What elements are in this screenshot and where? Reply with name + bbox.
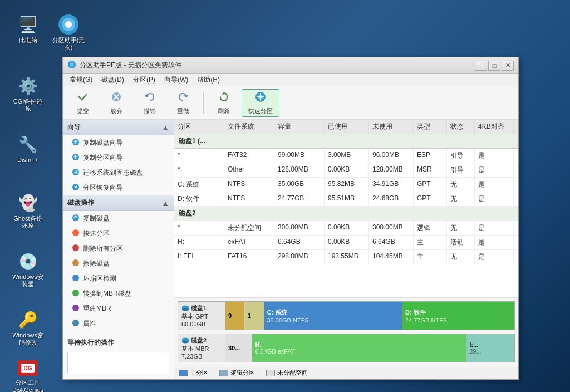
desktop-icon-cgi[interactable]: ⚙️ CGI备份还原 xyxy=(8,72,47,115)
sidebar-delete-all[interactable]: 删除所有分区 xyxy=(63,241,174,256)
copy-disk-icon xyxy=(72,138,80,148)
desktop-icon-ghost[interactable]: 👻 Ghost备份还原 xyxy=(8,189,47,232)
sidebar-properties[interactable]: 属性 xyxy=(63,316,174,331)
cell-used: 193.55MB xyxy=(325,250,369,264)
cell-status: 引导 xyxy=(447,149,475,163)
menu-wizard[interactable]: 向导(W) xyxy=(160,74,193,86)
wizard-collapse-btn[interactable]: ▲ xyxy=(161,123,169,132)
redo-button[interactable]: 重做 xyxy=(168,89,199,117)
cell-partition: D: 软件 xyxy=(174,192,224,206)
maximize-button[interactable]: □ xyxy=(488,61,500,71)
refresh-button[interactable]: 刷新 xyxy=(208,89,239,117)
cell-used: 3.00MB xyxy=(325,149,369,163)
table-row[interactable]: C: 系统 NTFS 35.00GB 95.82MB 34.91GB GPT 无… xyxy=(174,178,518,192)
window-title: 分区助手PE版 - 无损分区免费软件 xyxy=(80,61,474,70)
cell-partition: *: xyxy=(174,149,224,163)
cell-size: 24.77GB xyxy=(274,192,325,206)
disk2-part-i[interactable]: I:... 29... xyxy=(466,334,514,362)
desktop-icon-dism[interactable]: 🔧 Dism++ xyxy=(8,131,47,166)
disk2-part-unalloc[interactable]: 30... xyxy=(225,334,252,362)
cell-partition: C: 系统 xyxy=(174,178,224,192)
desktop-icon-win-install[interactable]: 💿 Windows安装器 xyxy=(8,248,47,290)
menu-partition[interactable]: 分区(P) xyxy=(129,74,160,86)
cell-fs: FAT16 xyxy=(224,250,274,264)
legend-logical-box xyxy=(219,370,228,376)
svg-point-17 xyxy=(72,244,79,251)
cell-free: 6.64GB xyxy=(369,236,414,249)
disk2-info: 磁盘2 基本 MBR 7.23GB xyxy=(178,334,225,362)
diskops-section-header: 磁盘操作 ▲ xyxy=(63,195,174,211)
cell-fs: NTFS xyxy=(224,192,274,206)
disk2-header: 磁盘2 xyxy=(174,207,518,221)
disk1-vis: 磁盘1 基本 GPT 60.00GB 9 1 C: 系统 xyxy=(178,301,515,330)
title-bar: 分区助手PE版 - 无损分区免费软件 ─ □ ✕ xyxy=(63,57,518,74)
table-row[interactable]: D: 软件 NTFS 24.77GB 95.51MB 24.68GB GPT 无… xyxy=(174,192,518,207)
sidebar-rebuild-mbr[interactable]: 重建MBR xyxy=(63,301,174,316)
table-header: 分区 文件系统 容量 已使用 未使用 类型 状态 4KB对齐 xyxy=(174,120,518,134)
cell-free: 34.91GB xyxy=(369,178,414,192)
cell-align: 是 xyxy=(475,250,514,264)
table-row[interactable]: *: Other 128.00MB 0.00KB 128.00MB MSR 引导… xyxy=(174,163,518,178)
pending-label: 等待执行的操作 xyxy=(67,336,169,350)
disk1-part-d[interactable]: D: 软件 24.77GB NTFS xyxy=(402,302,514,330)
cell-align: 是 xyxy=(475,236,514,249)
col-type: 类型 xyxy=(414,120,447,134)
diskops-collapse-btn[interactable]: ▲ xyxy=(161,199,169,208)
disk1-part-esp[interactable]: 9 xyxy=(225,302,245,330)
partition-table[interactable]: 分区 文件系统 容量 已使用 未使用 类型 状态 4KB对齐 磁盘1 (... … xyxy=(174,120,518,297)
minimize-button[interactable]: ─ xyxy=(475,61,487,71)
table-row[interactable]: * 未分配空间 300.00MB 0.00KB 300.00MB 逻辑 无 是 xyxy=(174,221,518,236)
col-partition: 分区 xyxy=(174,120,224,134)
sidebar-check-bad[interactable]: 坏扇区检测 xyxy=(63,271,174,286)
sidebar-to-mbr[interactable]: 转换到MBR磁盘 xyxy=(63,286,174,301)
desktop-icon-computer[interactable]: 🖥️ 此电脑 xyxy=(8,11,47,46)
cell-size: 99.00MB xyxy=(274,149,325,163)
sidebar-copy-partition[interactable]: 复制分区向导 xyxy=(63,150,174,165)
cell-size: 35.00GB xyxy=(274,178,325,192)
desktop-icon-partition[interactable]: 分区助手(无损) xyxy=(49,11,88,53)
cell-used: 95.82MB xyxy=(325,178,369,192)
undo-button[interactable]: 撤销 xyxy=(134,89,165,117)
sidebar: 向导 ▲ 复制磁盘向导 复制分区向导 迁移系统到固态磁盘 xyxy=(63,120,174,379)
sidebar-wipe-disk[interactable]: 擦除磁盘 xyxy=(63,256,174,271)
cell-status: 引导 xyxy=(447,163,475,177)
sidebar-migrate-ssd[interactable]: 迁移系统到固态磁盘 xyxy=(63,165,174,180)
table-row[interactable]: I: EFI FAT16 298.00MB 193.55MB 104.45MB … xyxy=(174,250,518,264)
cell-type: 主 xyxy=(414,236,447,249)
menu-disk[interactable]: 磁盘(D) xyxy=(97,74,129,86)
col-size: 容量 xyxy=(274,120,325,134)
sidebar-copy-disk2[interactable]: 复制磁盘 xyxy=(63,211,174,226)
cell-align: 是 xyxy=(475,163,514,177)
desktop-icon-diskgenius[interactable]: DG 分区工具DiskGenius xyxy=(8,354,47,392)
table-row[interactable]: *: FAT32 99.00MB 3.00MB 96.00MB ESP 引导 是 xyxy=(174,149,518,163)
svg-point-2 xyxy=(65,21,72,28)
legend-primary: 主分区 xyxy=(179,369,208,377)
col-free: 未使用 xyxy=(369,120,414,134)
menu-general[interactable]: 常规(G) xyxy=(65,74,97,86)
disk1-part-c[interactable]: C: 系统 35.00GB NTFS xyxy=(264,302,403,330)
disk2-part-h[interactable]: H: 6.64GB exFAT xyxy=(252,334,466,362)
to-mbr-icon xyxy=(72,289,80,298)
cell-partition: * xyxy=(174,221,224,235)
close-button[interactable]: ✕ xyxy=(502,61,514,71)
discard-button[interactable]: 放弃 xyxy=(101,89,132,117)
sidebar-restore-partition[interactable]: 分区恢复向导 xyxy=(63,180,174,195)
cell-size: 6.64GB xyxy=(274,236,325,249)
disk1-parts: 9 1 C: 系统 35.00GB NTFS D: 软件 24.77GB NTF… xyxy=(225,302,514,330)
table-row[interactable]: H: exFAT 6.64GB 0.00KB 6.64GB 主 活动 是 xyxy=(174,236,518,250)
cell-type: 主 xyxy=(414,250,447,264)
menu-help[interactable]: 帮助(H) xyxy=(193,74,224,86)
submit-button[interactable]: 提交 xyxy=(67,89,99,117)
sidebar-quick-part[interactable]: 快速分区 xyxy=(63,226,174,241)
sidebar-copy-disk[interactable]: 复制磁盘向导 xyxy=(63,135,174,150)
cell-type: GPT xyxy=(414,192,447,206)
cell-align: 是 xyxy=(475,192,514,206)
col-align: 4KB对齐 xyxy=(475,120,514,134)
col-status: 状态 xyxy=(447,120,475,134)
svg-point-20 xyxy=(72,290,79,296)
desktop-icon-win-pwd[interactable]: 🔑 Windows密码修改 xyxy=(8,306,47,349)
disk1-part-msr[interactable]: 1 xyxy=(245,302,264,330)
cell-partition: H: xyxy=(174,236,224,249)
quick-partition-button[interactable]: 快速分区 xyxy=(242,89,279,117)
pending-box xyxy=(67,352,169,374)
